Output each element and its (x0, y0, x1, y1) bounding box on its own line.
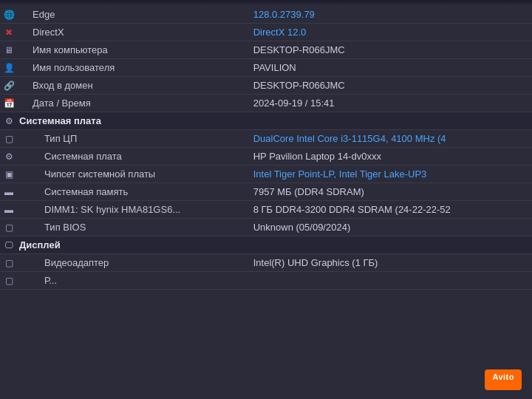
label-display-section: Дисплей (18, 236, 248, 254)
value-display-section (248, 236, 532, 254)
value-edge: 128.0.2739.79 (248, 6, 532, 24)
icon-domain: 🔗 (0, 77, 18, 95)
value-gpu: Intel(R) UHD Graphics (1 ГБ) (248, 254, 532, 272)
label-datetime: Дата / Время (18, 95, 248, 112)
icon-motherboard-section: ⚙ (0, 112, 18, 130)
value-chipset: Intel Tiger Point-LP, Intel Tiger Lake-U… (248, 166, 532, 183)
top-fade (0, 0, 532, 6)
value-motherboard: HP Pavilion Laptop 14-dv0xxx (248, 148, 532, 166)
value-dimm1: 8 ГБ DDR4-3200 DDR4 SDRAM (24-22-22-52 (248, 201, 532, 219)
label-dimm1: DIMM1: SK hynix HMA81GS6... (18, 201, 248, 219)
value-datetime: 2024-09-19 / 15:41 (248, 95, 532, 112)
icon-gpu: ▢ (0, 254, 18, 272)
label-domain: Вход в домен (18, 77, 248, 95)
icon-chipset: ▣ (0, 166, 18, 183)
label-edge: Edge (18, 6, 248, 24)
value-cpu-type: DualCore Intel Core i3-1115G4, 4100 MHz … (248, 130, 532, 148)
label-ram: Системная память (18, 183, 248, 201)
value-username: PAVILION (248, 59, 532, 77)
label-bios: Тип BIOS (18, 219, 248, 236)
icon-dimm1: ▬ (0, 201, 18, 219)
main-container: 🌐Edge128.0.2739.79✖DirectXDirectX 12.0🖥И… (0, 0, 532, 399)
label-motherboard: Системная плата (18, 148, 248, 166)
icon-ram: ▬ (0, 183, 18, 201)
label-motherboard-section: Системная плата (18, 112, 248, 130)
value-computer-name: DESKTOP-R066JMC (248, 41, 532, 59)
value-domain: DESKTOP-R066JMC (248, 77, 532, 95)
value-display-row2 (248, 272, 532, 290)
label-cpu-type: Тип ЦП (18, 130, 248, 148)
icon-display-section: 🖵 (0, 236, 18, 254)
value-bios: Unknown (05/09/2024) (248, 219, 532, 236)
value-motherboard-section (248, 112, 532, 130)
value-directx: DirectX 12.0 (248, 24, 532, 41)
label-username: Имя пользователя (18, 59, 248, 77)
label-chipset: Чипсет системной платы (18, 166, 248, 183)
avito-label: Avito (492, 372, 514, 381)
label-display-row2: Р... (18, 272, 248, 290)
icon-edge: 🌐 (0, 6, 18, 24)
value-ram: 7957 МБ (DDR4 SDRAM) (248, 183, 532, 201)
icon-directx: ✖ (0, 24, 18, 41)
icon-username: 👤 (0, 59, 18, 77)
label-computer-name: Имя компьютера (18, 41, 248, 59)
label-gpu: Видеоадаптер (18, 254, 248, 272)
icon-datetime: 📅 (0, 95, 18, 112)
info-table: 🌐Edge128.0.2739.79✖DirectXDirectX 12.0🖥И… (0, 6, 532, 290)
icon-display-row2: ▢ (0, 272, 18, 290)
icon-bios: ▢ (0, 219, 18, 236)
label-directx: DirectX (18, 24, 248, 41)
avito-badge: Avito (485, 369, 522, 390)
icon-computer-name: 🖥 (0, 41, 18, 59)
icon-cpu-type: ▢ (0, 130, 18, 148)
icon-motherboard: ⚙ (0, 148, 18, 166)
